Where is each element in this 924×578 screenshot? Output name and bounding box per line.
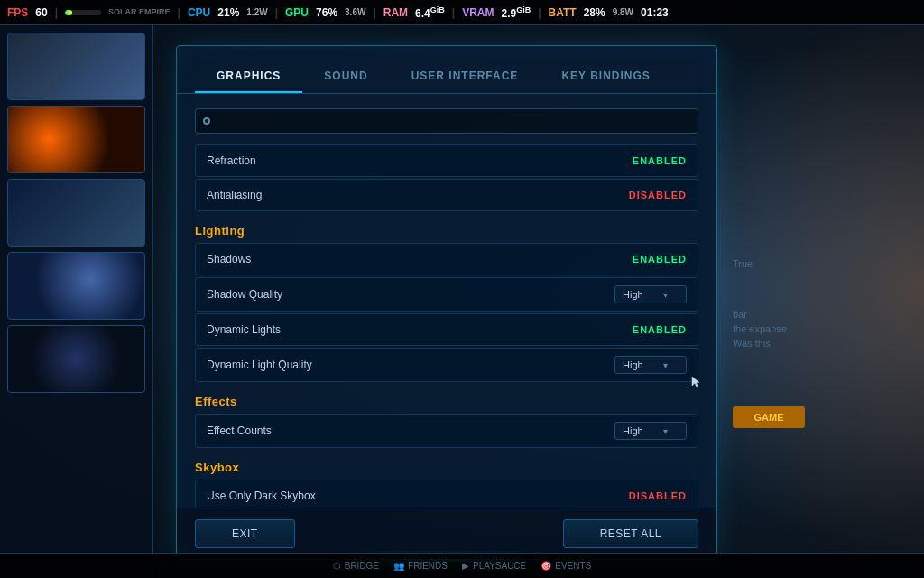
fps-value: 60 — [35, 6, 47, 19]
events-icon: 🎯 — [541, 561, 551, 571]
settings-tabs: GRAPHICS SOUND USER INTERFACE KEY BINDIN… — [177, 46, 716, 94]
shadows-value[interactable]: ENABLED — [633, 254, 687, 265]
setting-row-refraction[interactable]: Refraction ENABLED — [195, 144, 698, 177]
dark-skybox-value[interactable]: DISABLED — [629, 490, 687, 501]
taskbar: ⬡ BRIDGE 👥 FRIENDS ▶ PLAYSAUCE 🎯 EVENTS — [0, 553, 924, 578]
settings-content[interactable]: Refraction ENABLED Antialiasing DISABLED… — [177, 94, 716, 508]
taskbar-item-friends[interactable]: 👥 FRIENDS — [393, 561, 448, 571]
exit-button[interactable]: Exit — [195, 519, 295, 548]
setting-row-dynamic-light-quality[interactable]: Dynamic Light Quality High — [195, 348, 698, 382]
section-effects: Effects — [195, 384, 698, 414]
vram-val: 2.9GiB — [502, 5, 531, 20]
tab-user-interface[interactable]: USER INTERFACE — [390, 61, 541, 93]
batt-label: BATT — [549, 6, 577, 19]
panel-footer: Exit Reset All — [177, 508, 716, 559]
setting-row-dynamic-lights[interactable]: Dynamic Lights ENABLED — [195, 313, 698, 346]
right-text-4: Was this — [733, 338, 917, 349]
dynamic-lights-value[interactable]: ENABLED — [633, 324, 687, 335]
right-content: True bar the expanse Was this GAME — [725, 25, 924, 578]
right-text-1: True — [733, 258, 917, 269]
effect-counts-dropdown[interactable]: High — [614, 422, 687, 440]
setting-row-antialiasing[interactable]: Antialiasing DISABLED — [195, 179, 698, 211]
playsauce-icon: ▶ — [462, 561, 469, 571]
shadows-label: Shadows — [207, 253, 251, 266]
cpu-label: CPU — [188, 6, 210, 19]
ram-val: 6.4GiB — [415, 5, 445, 20]
tab-key-bindings[interactable]: KEY BINDINGS — [540, 61, 671, 93]
right-text-3: the expanse — [733, 323, 917, 334]
section-skybox: Skybox — [195, 450, 698, 480]
game-name: SOLAR EMPIRE — [108, 8, 171, 17]
gpu-watt: 3.6W — [345, 7, 365, 17]
gpu-pct: 76% — [316, 6, 337, 19]
thumbnail-3[interactable] — [7, 179, 145, 247]
tab-sound[interactable]: SOUND — [302, 61, 389, 93]
thumbnail-1[interactable] — [7, 33, 145, 100]
dark-skybox-label: Use Only Dark Skybox — [207, 489, 316, 502]
section-lighting: Lighting — [195, 213, 698, 243]
bridge-icon: ⬡ — [333, 561, 341, 571]
shadow-quality-label: Shadow Quality — [207, 288, 282, 301]
shadow-quality-dropdown[interactable]: High — [614, 285, 687, 303]
events-label: EVENTS — [555, 561, 591, 571]
antialiasing-label: Antialiasing — [207, 189, 262, 201]
playsauce-label: PLAYSAUCE — [473, 561, 526, 571]
setting-row-shadow-quality[interactable]: Shadow Quality High — [195, 277, 698, 312]
thumbnail-2[interactable] — [7, 106, 145, 173]
taskbar-item-events[interactable]: 🎯 EVENTS — [541, 561, 591, 571]
batt-time: 01:23 — [641, 6, 669, 19]
setting-row-effect-counts[interactable]: Effect Counts High — [195, 414, 698, 448]
friends-icon: 👥 — [393, 561, 404, 571]
thumbnail-5[interactable] — [7, 325, 145, 393]
left-sidebar — [0, 25, 153, 578]
setting-row-dark-skybox[interactable]: Use Only Dark Skybox DISABLED — [195, 480, 698, 508]
search-icon — [203, 117, 210, 125]
fps-label: FPS — [7, 6, 28, 19]
right-text-2: bar — [733, 309, 917, 320]
right-action-button[interactable]: GAME — [733, 406, 805, 428]
dynamic-light-quality-dropdown[interactable]: High — [614, 356, 687, 374]
bridge-label: BRIDGE — [345, 561, 379, 571]
dynamic-light-quality-label: Dynamic Light Quality — [207, 359, 312, 371]
antialiasing-value[interactable]: DISABLED — [629, 190, 687, 200]
search-bar[interactable] — [195, 108, 698, 134]
cpu-watt: 1.2W — [246, 7, 267, 17]
taskbar-item-bridge[interactable]: ⬡ BRIDGE — [333, 561, 379, 571]
taskbar-item-playsauce[interactable]: ▶ PLAYSAUCE — [462, 561, 526, 571]
setting-row-shadows[interactable]: Shadows ENABLED — [195, 243, 698, 275]
tab-graphics[interactable]: GRAPHICS — [195, 61, 302, 93]
gpu-label: GPU — [285, 6, 309, 19]
friends-label: FRIENDS — [408, 561, 448, 571]
effect-counts-label: Effect Counts — [207, 424, 272, 437]
dynamic-lights-label: Dynamic Lights — [207, 323, 281, 336]
batt-pct: 28% — [584, 6, 605, 19]
cpu-progress-fill — [65, 10, 72, 15]
refraction-label: Refraction — [207, 154, 256, 167]
thumbnail-4[interactable] — [7, 252, 145, 320]
cpu-pct: 21% — [217, 6, 239, 19]
cpu-progress-bar — [65, 10, 101, 15]
settings-panel: GRAPHICS SOUND USER INTERFACE KEY BINDIN… — [176, 45, 717, 560]
refraction-value[interactable]: ENABLED — [633, 155, 687, 166]
reset-all-button[interactable]: Reset All — [563, 519, 698, 548]
ram-label: RAM — [383, 6, 408, 19]
batt-watt: 9.8W — [613, 7, 633, 17]
vram-label: VRAM — [462, 6, 494, 19]
hud-bar: FPS 60 | SOLAR EMPIRE | CPU 21% 1.2W | G… — [0, 0, 924, 25]
